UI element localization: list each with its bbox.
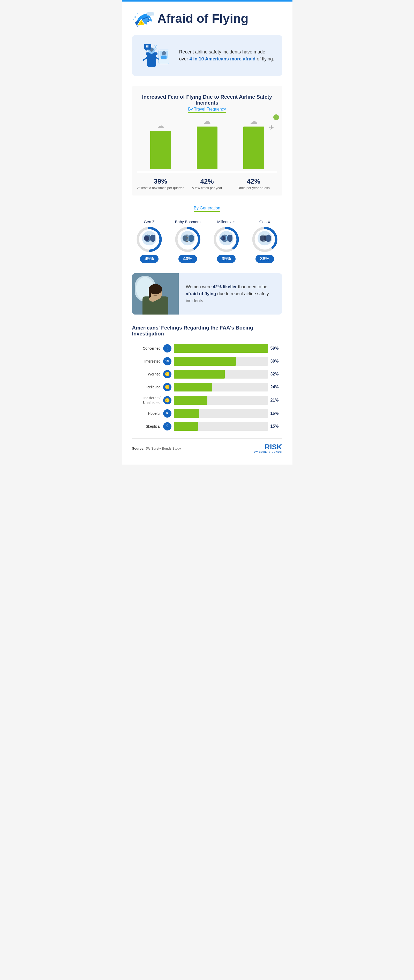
gen-item-millennials: Millennials 39% <box>211 220 242 263</box>
intro-text: Recent airline safety incidents have mad… <box>179 49 275 62</box>
exclamation-icon: ! <box>273 115 279 120</box>
gen-circle <box>175 226 201 252</box>
bar-group-0: ☁ <box>137 121 184 169</box>
feeling-row-relieved: Relieved😌24% <box>132 383 282 391</box>
feeling-bar-fill <box>174 344 268 353</box>
gen-avatar <box>142 231 157 248</box>
footer-logo: RISK JW SURETY BONDS <box>254 443 282 453</box>
feeling-bar-wrap <box>174 357 268 366</box>
footer-source: Source: JW Surety Bonds Study <box>132 447 181 450</box>
feeling-percent: 15% <box>270 424 282 429</box>
faa-section: Americans' Feelings Regarding the FAA's … <box>132 325 282 431</box>
feeling-bar-wrap <box>174 396 268 405</box>
page-content: ! Afraid of Flying <box>122 2 293 465</box>
feeling-icon: 😌 <box>163 383 171 391</box>
bar-percent: 42% <box>230 177 277 185</box>
women-text-area: Women were 42% likelier than men to be a… <box>179 273 282 315</box>
header: ! Afraid of Flying <box>132 9 282 27</box>
feeling-row-interested: Interested👁39% <box>132 357 282 366</box>
airplane-icon: ✈ <box>269 123 274 132</box>
feeling-bar-fill <box>174 409 199 418</box>
feeling-label: Skeptical <box>132 424 161 429</box>
bar-fill <box>197 127 217 169</box>
feeling-label: Worried <box>132 372 161 377</box>
gen-percent-badge: 39% <box>217 255 236 263</box>
svg-text:!: ! <box>141 21 142 25</box>
bar-group-1: ☁ <box>184 117 230 169</box>
header-icon: ! <box>132 9 153 27</box>
feeling-label: Hopeful <box>132 411 161 416</box>
gen-item-baby-boomers: Baby Boomers 40% <box>172 220 203 263</box>
feeling-bar-fill <box>174 370 225 379</box>
women-photo <box>132 273 179 315</box>
feeling-percent: 32% <box>270 372 282 377</box>
feeling-row-hopeful: Hopeful♥16% <box>132 409 282 418</box>
feeling-icon: ♥ <box>163 409 171 418</box>
bar-labels: 39%At least a few times per quarter42%A … <box>137 177 277 190</box>
bar-cloud-icon: ☁ <box>250 117 257 126</box>
svg-rect-13 <box>147 54 156 67</box>
feeling-bar-wrap <box>174 370 268 379</box>
generation-grid: Gen Z 49%Baby Boomers 40%Millennials 39%… <box>132 220 282 263</box>
feeling-bar-fill <box>174 422 198 431</box>
bar-description: Once per year or less <box>230 186 277 190</box>
feeling-row-worried: Worried😟32% <box>132 370 282 379</box>
feeling-bar-fill <box>174 357 236 366</box>
feeling-bar-fill <box>174 383 212 391</box>
bar-description: At least a few times per quarter <box>137 186 184 190</box>
bar-fill <box>150 131 171 169</box>
gen-percent-badge: 49% <box>140 255 158 263</box>
bar-percent: 39% <box>137 177 184 185</box>
women-text: Women were 42% likelier than men to be a… <box>186 283 275 304</box>
gen-circle <box>213 226 239 252</box>
feeling-percent: 39% <box>270 359 282 364</box>
feeling-icon: ! <box>163 344 171 353</box>
gen-label: Baby Boomers <box>175 220 200 224</box>
svg-marker-25 <box>145 49 147 51</box>
feeling-percent: 16% <box>270 411 282 416</box>
bar-chart-title: Increased Fear of Flying Due to Recent A… <box>137 94 277 106</box>
feelings-list: Concerned!59%Interested👁39%Worried😟32%Re… <box>132 344 282 431</box>
svg-point-30 <box>144 235 149 241</box>
bar-cloud-icon: ☁ <box>157 121 164 130</box>
bar-chart-section: Increased Fear of Flying Due to Recent A… <box>132 86 282 196</box>
gen-circle <box>136 226 162 252</box>
intro-illustration: !!! <box>139 41 173 70</box>
bar-cloud-icon: ☁ <box>203 117 211 126</box>
feeling-label: Concerned <box>132 346 161 351</box>
bar-chart: ☁☁☁!✈ <box>137 121 277 172</box>
bar-chart-subtitle: By Travel Frequency <box>137 107 277 113</box>
feeling-label: Interested <box>132 359 161 364</box>
generation-section: By Generation Gen Z 49%Baby Boomers 40%M… <box>132 206 282 263</box>
feeling-bar-wrap <box>174 383 268 391</box>
feeling-label: Relieved <box>132 385 161 390</box>
intro-card: !!! Recent airline safety incidents have… <box>132 35 282 76</box>
gen-label: Gen Z <box>144 220 155 224</box>
svg-rect-48 <box>227 234 232 242</box>
gen-label: Gen X <box>259 220 270 224</box>
svg-rect-9 <box>147 14 154 16</box>
bar-label-group-0: 39%At least a few times per quarter <box>137 177 184 190</box>
gen-avatar <box>257 231 272 248</box>
feeling-row-skeptical: Skeptical?15% <box>132 422 282 431</box>
page-title: Afraid of Flying <box>157 11 248 25</box>
gen-percent-badge: 40% <box>178 255 197 263</box>
bar-percent: 42% <box>184 177 230 185</box>
gen-item-gen-x: Gen X 38% <box>249 220 280 263</box>
feeling-icon: 👁 <box>163 357 171 365</box>
feeling-icon: 😐 <box>163 396 171 404</box>
bar-description: A few times per year <box>184 186 230 190</box>
feeling-percent: 24% <box>270 385 282 390</box>
svg-text:!!!: !!! <box>146 45 149 49</box>
feeling-bar-wrap <box>174 409 268 418</box>
feeling-icon: ? <box>163 422 171 431</box>
svg-rect-55 <box>266 234 271 242</box>
svg-line-17 <box>143 57 147 60</box>
feeling-bar-wrap <box>174 422 268 431</box>
feeling-bar-fill <box>174 396 208 405</box>
svg-rect-22 <box>161 56 166 59</box>
footer: Source: JW Surety Bonds Study RISK JW SU… <box>132 439 282 454</box>
feeling-percent: 59% <box>270 346 282 351</box>
women-card: Women were 42% likelier than men to be a… <box>132 273 282 315</box>
svg-point-11 <box>133 19 134 20</box>
